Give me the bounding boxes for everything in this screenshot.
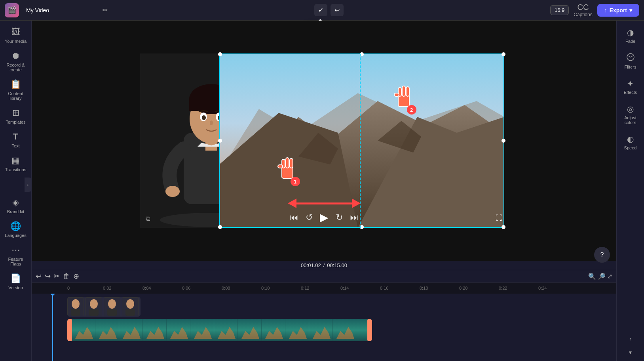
- templates-icon: ⊞: [12, 108, 19, 118]
- captions-label: Captions: [574, 12, 592, 17]
- help-button[interactable]: ?: [594, 247, 610, 263]
- arrow-shaft: [296, 202, 352, 204]
- timeline-undo-button[interactable]: ↩: [36, 272, 42, 281]
- svg-rect-32: [71, 309, 80, 316]
- forward-button[interactable]: ↻: [336, 212, 343, 223]
- zoom-in-button[interactable]: 🔎: [598, 273, 606, 280]
- skip-forward-button[interactable]: ⏭: [350, 212, 359, 223]
- svg-rect-24: [278, 165, 283, 168]
- fit-button[interactable]: ⤢: [607, 273, 612, 280]
- video-track[interactable]: [67, 319, 372, 341]
- svg-rect-47: [166, 319, 167, 341]
- sidebar-collapse-button[interactable]: ›: [25, 178, 32, 192]
- svg-rect-48: [190, 319, 190, 341]
- left-sidebar: 🖼 Your media ⏺ Record &create 📋 Contentl…: [0, 21, 32, 361]
- right-sidebar-item-filters[interactable]: Filters: [618, 49, 643, 73]
- main-layout: 🖼 Your media ⏺ Record &create 📋 Contentl…: [0, 21, 644, 361]
- right-sidebar-collapse-button[interactable]: ‹: [626, 332, 635, 345]
- playhead: [52, 294, 53, 361]
- play-button[interactable]: ▶: [320, 211, 329, 224]
- effects-icon: ✦: [627, 79, 634, 88]
- sidebar-item-transitions[interactable]: ▦ Transitions: [2, 152, 30, 175]
- topbar: 🎬 My Video ✏ ✓ Done ↩ 16:9 CC Captions ↑…: [0, 0, 644, 21]
- right-sidebar-expand-button[interactable]: ▾: [627, 347, 634, 358]
- sidebar-item-version[interactable]: 📄 Version: [2, 270, 30, 293]
- avatar-thumb-2: [85, 297, 102, 316]
- rewind-button[interactable]: ↺: [306, 212, 313, 223]
- ruler-mark-18: 0:18: [420, 286, 428, 290]
- zoom-out-button[interactable]: 🔍: [588, 273, 596, 280]
- track-handle-right[interactable]: [367, 319, 372, 341]
- cursor-badge-1: 1: [291, 177, 300, 186]
- video-track-waveform: [67, 319, 372, 341]
- ruler-mark-10: 0:10: [261, 286, 270, 290]
- right-sidebar-item-adjust-colors-label: Adjustcolors: [624, 115, 636, 125]
- sidebar-item-content-library-label: Contentlibrary: [8, 91, 23, 101]
- timeline-ruler: 0 0:02 0:04 0:06 0:08 0:10 0:12 0:14 0:1…: [32, 283, 616, 294]
- export-label: Export: [610, 7, 627, 13]
- timeline-add-button[interactable]: ⊕: [73, 272, 79, 281]
- record-create-icon: ⏺: [11, 51, 20, 61]
- export-button[interactable]: ↑ Export ▾: [597, 4, 639, 17]
- right-sidebar: ◑ Fade Filters ✦ Effects ◎ Adjustcolors …: [616, 21, 644, 361]
- ruler-mark-22: 0:22: [499, 286, 507, 290]
- content-library-icon: 📋: [10, 79, 21, 90]
- sidebar-item-brand-kit-label: Brand kit: [7, 209, 24, 214]
- avatar-track[interactable]: [67, 297, 141, 317]
- topbar-center: ✓ Done ↩: [314, 4, 344, 16]
- sidebar-item-feature-flags[interactable]: ⋯ FeatureFlags: [2, 242, 30, 269]
- sidebar-item-record-create-label: Record &create: [7, 63, 25, 72]
- timeline-cut-button[interactable]: ✂: [54, 272, 60, 281]
- mountain-scene: [219, 53, 504, 228]
- fullscreen-button[interactable]: ⛶: [496, 214, 503, 222]
- svg-rect-35: [89, 309, 99, 316]
- sidebar-item-content-library[interactable]: 📋 Contentlibrary: [2, 76, 30, 104]
- rename-icon[interactable]: ✏: [103, 6, 108, 14]
- svg-point-40: [126, 299, 134, 309]
- brand-kit-icon: ◈: [12, 197, 19, 208]
- sidebar-item-record-create[interactable]: ⏺ Record &create: [2, 48, 30, 75]
- right-sidebar-item-fade[interactable]: ◑ Fade: [618, 24, 643, 48]
- ruler-mark-24: 0:24: [538, 286, 547, 290]
- arrow-annotation: [288, 199, 361, 208]
- ruler-mark-14: 0:14: [340, 286, 349, 290]
- done-tooltip-container: ✓ Done: [314, 4, 327, 16]
- right-sidebar-item-adjust-colors[interactable]: ◎ Adjustcolors: [618, 100, 643, 129]
- topbar-right: 16:9 CC Captions ↑ Export ▾: [550, 3, 639, 17]
- sidebar-item-brand-kit[interactable]: ◈ Brand kit: [2, 194, 30, 217]
- total-time: 00:15.00: [327, 262, 347, 268]
- right-sidebar-item-filters-label: Filters: [625, 65, 636, 69]
- svg-point-37: [108, 299, 116, 309]
- track-handle-left[interactable]: [67, 319, 72, 341]
- svg-rect-22: [286, 158, 289, 168]
- svg-point-31: [72, 299, 80, 309]
- timeline-redo-button[interactable]: ↪: [45, 272, 51, 281]
- right-sidebar-item-effects[interactable]: ✦ Effects: [618, 75, 643, 99]
- sidebar-item-templates[interactable]: ⊞ Templates: [2, 105, 30, 128]
- text-icon: T: [13, 132, 18, 142]
- right-sidebar-item-speed[interactable]: ◐ Speed: [618, 130, 643, 154]
- sidebar-item-your-media[interactable]: 🖼 Your media: [2, 24, 30, 47]
- sidebar-item-text[interactable]: T Text: [2, 128, 30, 151]
- avatar-thumb-1: [67, 297, 84, 316]
- skip-back-button[interactable]: ⏮: [290, 212, 298, 223]
- timeline-tracks: [32, 294, 616, 361]
- languages-icon: 🌐: [10, 221, 21, 231]
- confirm-button[interactable]: ✓: [314, 4, 327, 16]
- video-right-panel: [219, 53, 504, 228]
- pip-button[interactable]: ⧉: [146, 215, 150, 222]
- adjust-colors-icon: ◎: [627, 104, 634, 114]
- timeline-delete-button[interactable]: 🗑: [63, 272, 70, 281]
- svg-rect-38: [107, 309, 117, 316]
- avatar-track-row: [67, 297, 616, 317]
- feature-flags-icon: ⋯: [11, 245, 20, 255]
- captions-icon[interactable]: CC: [578, 3, 589, 12]
- sidebar-item-languages[interactable]: 🌐 Languages: [2, 218, 30, 241]
- undo-button[interactable]: ↩: [331, 4, 344, 16]
- svg-rect-41: [125, 309, 135, 316]
- right-sidebar-item-effects-label: Effects: [624, 90, 637, 95]
- project-name-input[interactable]: My Video: [23, 6, 99, 15]
- timeline-toolbar: ↩ ↪ ✂ 🗑 ⊕ 🔍 🔎 ⤢: [32, 270, 616, 283]
- aspect-ratio-badge[interactable]: 16:9: [550, 5, 569, 15]
- transitions-icon: ▦: [11, 155, 20, 166]
